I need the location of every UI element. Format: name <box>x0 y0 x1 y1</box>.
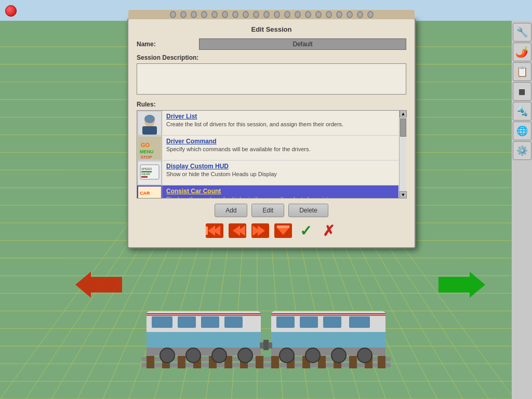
arrow-green-right <box>438 272 485 298</box>
svg-rect-17 <box>349 356 357 368</box>
svg-rect-4 <box>147 356 154 368</box>
ring-1 <box>170 11 176 18</box>
svg-rect-78 <box>277 225 289 228</box>
close-button[interactable] <box>5 5 17 17</box>
action-buttons: Add Edit Delete <box>137 204 406 217</box>
add-button[interactable]: Add <box>215 204 247 217</box>
train <box>141 296 391 370</box>
rule-icon-driver-list <box>137 111 162 135</box>
svg-rect-37 <box>300 316 318 328</box>
svg-rect-36 <box>276 316 295 328</box>
rule-desc-display-hud: Show or hide the Custom Heads up Display <box>166 171 394 177</box>
nav-next-icon[interactable] <box>251 222 270 239</box>
cancel-button[interactable]: ✗ <box>320 222 338 239</box>
svg-rect-24 <box>178 316 196 328</box>
notebook-rings <box>170 11 374 18</box>
toolbar-btn-1[interactable]: 🔧 <box>513 23 531 42</box>
svg-point-29 <box>160 348 175 363</box>
scroll-thumb[interactable] <box>400 118 406 137</box>
scroll-up-button[interactable]: ▲ <box>400 110 407 117</box>
ring-2 <box>180 11 187 18</box>
ring-10 <box>263 11 270 18</box>
ring-11 <box>274 11 280 18</box>
svg-rect-19 <box>378 356 385 368</box>
name-label: Name: <box>137 41 199 48</box>
ring-7 <box>232 11 238 18</box>
svg-rect-38 <box>323 316 341 328</box>
svg-marker-1 <box>438 272 485 298</box>
edit-button[interactable]: Edit <box>251 204 284 217</box>
rules-label: Rules: <box>137 101 406 108</box>
description-textarea[interactable] <box>137 63 406 95</box>
ring-19 <box>357 11 363 18</box>
rule-icon-display-hud: SPEED GEAR <box>137 161 162 185</box>
ring-13 <box>295 11 301 18</box>
ring-20 <box>367 11 374 18</box>
rules-list: Driver List Create the list of drivers f… <box>137 110 406 198</box>
rule-icon-driver-command: GO MENU STOP <box>137 136 162 160</box>
rule-item-display-hud[interactable]: SPEED GEAR Display Custom HUD Show or hi… <box>137 161 398 185</box>
svg-point-32 <box>238 348 252 363</box>
rule-content-consist-car-count: Consist Car Count Displays the number of… <box>162 185 398 198</box>
name-input[interactable] <box>199 38 406 50</box>
toolbar-btn-3[interactable]: 📋 <box>513 62 531 81</box>
svg-rect-61 <box>141 176 148 178</box>
nav-first-icon[interactable] <box>205 222 224 239</box>
svg-text:GO: GO <box>141 142 150 148</box>
bottom-nav-icons: ✓ ✗ <box>137 222 406 239</box>
svg-text:SPEED: SPEED <box>141 167 152 170</box>
ring-6 <box>222 11 228 18</box>
svg-text:STOP: STOP <box>141 155 152 159</box>
svg-rect-69 <box>206 227 208 235</box>
toolbar-btn-4[interactable]: ▦ <box>513 82 531 101</box>
svg-rect-47 <box>263 340 269 350</box>
svg-point-45 <box>357 348 372 363</box>
rule-desc-consist-car-count: Displays the number of vehicles in the c… <box>166 196 394 198</box>
rule-title-consist-car-count: Consist Car Count <box>166 188 394 195</box>
ring-8 <box>243 11 249 18</box>
rules-scrollbar[interactable]: ▲ ▼ <box>399 110 406 198</box>
svg-rect-6 <box>178 356 185 368</box>
svg-point-30 <box>186 348 201 363</box>
delete-button[interactable]: Delete <box>288 204 328 217</box>
toolbar-btn-5[interactable]: 🔩 <box>513 102 531 121</box>
toolbar-btn-7[interactable]: ⚙️ <box>513 141 531 160</box>
ring-18 <box>347 11 353 18</box>
rule-item-driver-command[interactable]: GO MENU STOP Driver Command Specify whic… <box>137 136 398 161</box>
ring-3 <box>191 11 197 18</box>
rule-content-driver-list: Driver List Create the list of drivers f… <box>162 111 398 135</box>
svg-rect-12 <box>271 356 279 368</box>
svg-rect-51 <box>142 126 157 135</box>
rule-item-consist-car-count[interactable]: CAR COUNT 123 Consist Car Count Displays… <box>137 185 398 198</box>
nav-prev-icon[interactable] <box>228 222 247 239</box>
svg-point-43 <box>305 348 320 363</box>
svg-rect-11 <box>256 356 263 368</box>
rule-item-driver-list[interactable]: Driver List Create the list of drivers f… <box>137 111 398 136</box>
svg-text:MENU: MENU <box>140 149 154 154</box>
scroll-down-button[interactable]: ▼ <box>400 191 407 198</box>
toolbar-btn-2[interactable]: 🌶️ <box>513 43 531 61</box>
dialog-title: Edit Session <box>137 25 406 33</box>
rules-container: Driver List Create the list of drivers f… <box>137 110 406 198</box>
scroll-track <box>400 117 406 191</box>
ring-4 <box>201 11 207 18</box>
right-toolbar: 🔧 🌶️ 📋 ▦ 🔩 🌐 ⚙️ <box>511 21 532 399</box>
rule-title-display-hud: Display Custom HUD <box>166 163 394 170</box>
svg-rect-39 <box>349 316 370 328</box>
nav-down-icon[interactable] <box>274 222 292 239</box>
rule-icon-consist-car-count: CAR COUNT 123 <box>137 185 162 198</box>
ring-12 <box>284 11 290 18</box>
ring-15 <box>315 11 322 18</box>
svg-point-44 <box>331 348 346 363</box>
ring-17 <box>336 11 342 18</box>
rule-content-driver-command: Driver Command Specify which commands wi… <box>162 136 398 160</box>
svg-point-42 <box>280 348 294 363</box>
notebook-top <box>128 10 415 19</box>
svg-rect-25 <box>201 316 219 328</box>
rule-desc-driver-command: Specify which commands will be available… <box>166 146 394 152</box>
toolbar-btn-6[interactable]: 🌐 <box>513 122 531 140</box>
svg-text:CAR: CAR <box>140 191 150 196</box>
name-row: Name: <box>137 38 406 50</box>
svg-rect-26 <box>224 316 243 328</box>
confirm-button[interactable]: ✓ <box>297 222 315 239</box>
